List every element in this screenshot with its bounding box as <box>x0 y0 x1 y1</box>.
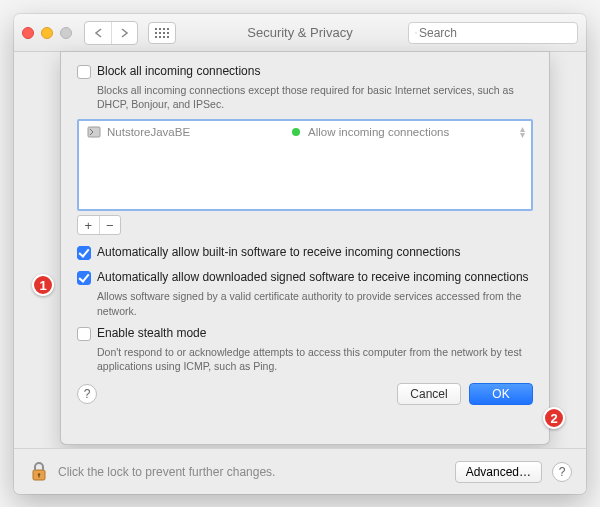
zoom-window-icon <box>60 27 72 39</box>
remove-button[interactable]: − <box>99 216 121 234</box>
cancel-button[interactable]: Cancel <box>397 383 461 405</box>
block-all-desc: Blocks all incoming connections except t… <box>97 83 533 111</box>
show-all-button[interactable] <box>148 22 176 44</box>
stealth-desc: Don't respond to or acknowledge attempts… <box>97 345 533 373</box>
close-window-icon[interactable] <box>22 27 34 39</box>
minimize-window-icon[interactable] <box>41 27 53 39</box>
lock-icon[interactable] <box>30 461 48 483</box>
back-button[interactable] <box>85 22 111 44</box>
firewall-options-sheet: Block all incoming connections Blocks al… <box>60 51 550 445</box>
block-all-label: Block all incoming connections <box>97 64 260 78</box>
forward-button[interactable] <box>111 22 137 44</box>
footer-help-button[interactable]: ? <box>552 462 572 482</box>
auto-signed-checkbox[interactable] <box>77 271 91 285</box>
app-icon <box>87 125 101 139</box>
lock-text: Click the lock to prevent further change… <box>58 465 445 479</box>
stealth-label: Enable stealth mode <box>97 326 206 340</box>
auto-builtin-label: Automatically allow built-in software to… <box>97 245 461 259</box>
status-dot-icon <box>292 128 300 136</box>
stealth-checkbox[interactable] <box>77 327 91 341</box>
titlebar: Security & Privacy <box>14 14 586 52</box>
ok-button[interactable]: OK <box>469 383 533 405</box>
auto-builtin-checkbox[interactable] <box>77 246 91 260</box>
svg-rect-5 <box>38 474 39 477</box>
app-list[interactable]: NutstoreJavaBE Allow incoming connection… <box>77 119 533 211</box>
svg-rect-2 <box>88 127 100 137</box>
sheet-help-button[interactable]: ? <box>77 384 97 404</box>
add-button[interactable]: + <box>78 216 99 234</box>
auto-signed-label: Automatically allow downloaded signed so… <box>97 270 529 284</box>
status-dropdown-icon[interactable]: ▴▾ <box>520 126 523 138</box>
app-name: NutstoreJavaBE <box>107 126 292 138</box>
add-remove-segment: + − <box>77 215 121 235</box>
annotation-badge-1: 1 <box>32 274 54 296</box>
search-input[interactable] <box>417 25 571 41</box>
grid-icon <box>155 28 169 38</box>
auto-signed-desc: Allows software signed by a valid certif… <box>97 289 533 317</box>
advanced-button[interactable]: Advanced… <box>455 461 542 483</box>
prefs-window: Security & Privacy Block all incoming co… <box>14 14 586 494</box>
window-controls <box>22 27 72 39</box>
nav-back-forward <box>84 21 138 45</box>
content-area: Block all incoming connections Blocks al… <box>14 52 586 494</box>
footer-bar: Click the lock to prevent further change… <box>14 448 586 494</box>
app-status: Allow incoming connections <box>308 126 520 138</box>
search-field-wrap[interactable] <box>408 22 578 44</box>
app-list-row[interactable]: NutstoreJavaBE Allow incoming connection… <box>79 121 531 143</box>
block-all-checkbox[interactable] <box>77 65 91 79</box>
annotation-badge-2: 2 <box>543 407 565 429</box>
